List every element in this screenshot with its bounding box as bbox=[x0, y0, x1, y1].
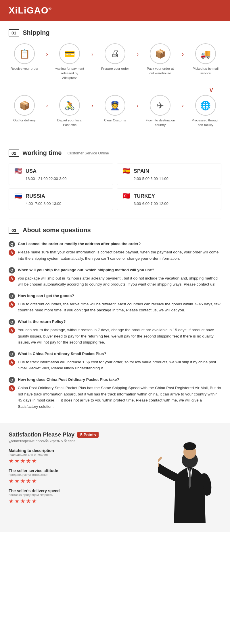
step-prepare-label: Prepare your order bbox=[101, 66, 129, 71]
qa-item-1: Q Can I cancel the order or modify the a… bbox=[9, 241, 221, 261]
local-post-icon: 🚴 bbox=[59, 95, 80, 116]
questions-title: 03 About some questions bbox=[9, 226, 221, 234]
arrow-2: › bbox=[91, 51, 93, 57]
turkey-name: TURKEY bbox=[134, 193, 155, 199]
step-payment-label: waiting for payment released by Aliexpre… bbox=[54, 66, 85, 80]
qa-a-4: A You can return the package, without re… bbox=[9, 327, 221, 346]
shipping-section-name: Shipping bbox=[23, 29, 50, 36]
step-delivery: 📦 Out for delivery bbox=[9, 95, 40, 123]
qa-q-5: Q What is China Post ordinary Small Pack… bbox=[9, 351, 221, 357]
time-card-spain: 🇪🇸 SPAIN 2:00-5:00 6:00-11:00 bbox=[117, 164, 221, 185]
russia-name: RUSSIA bbox=[26, 193, 45, 199]
spain-hours: 2:00-5:00 6:00-11:00 bbox=[134, 176, 216, 181]
q-badge-1: Q bbox=[9, 241, 15, 247]
step-flown-label: Flown to destination country bbox=[144, 118, 176, 127]
step-pickup: 🚚 Picked up by mail service bbox=[190, 43, 221, 75]
qa-a3-text: Due to different countries, the arrival … bbox=[18, 301, 221, 313]
arrow-r1: ‹ bbox=[46, 102, 48, 109]
qa-a6-text: China Post Oridinary Small Packet Plus h… bbox=[18, 385, 221, 410]
trademark: ® bbox=[49, 6, 52, 11]
rating-delivery-stars: ★★★★★ bbox=[9, 498, 147, 505]
points-badge: 5 Points bbox=[77, 432, 99, 438]
step-local-post-label: Depart your local Post offic bbox=[54, 118, 85, 127]
shipping-section: 01 Shipping 📋 Receive your order › 💳 wai… bbox=[0, 21, 230, 141]
customs-icon: 👮 bbox=[105, 95, 125, 116]
qa-a-5: A Due to track information will increase… bbox=[9, 359, 221, 371]
q-badge-6: Q bbox=[9, 377, 15, 383]
qa-a-3: A Due to different countries, the arriva… bbox=[9, 301, 221, 313]
qa-a2-text: you package will ship out in 72 hours af… bbox=[18, 275, 221, 288]
brand-logo: XiLiGAO® bbox=[9, 5, 52, 16]
qa-q-1: Q Can I cancel the order or modify the a… bbox=[9, 241, 221, 247]
time-card-turkey-header: 🇹🇷 TURKEY bbox=[122, 193, 216, 199]
step-flown: ✈ Flown to destination country bbox=[144, 95, 176, 127]
usa-flag: 🇺🇸 bbox=[14, 168, 23, 174]
prepare-icon: 🖨 bbox=[105, 43, 125, 64]
qa-q4-text: What is the return Policy? bbox=[18, 319, 66, 325]
svg-point-2 bbox=[183, 442, 196, 450]
q-badge-4: Q bbox=[9, 319, 15, 325]
time-card-spain-header: 🇪🇸 SPAIN bbox=[122, 168, 216, 174]
qa-q3-text: How long can I get the goods? bbox=[18, 293, 74, 299]
qa-item-6: Q How long does China Post Oridinary Pac… bbox=[9, 377, 221, 410]
section-num-01: 01 bbox=[9, 29, 19, 36]
turkey-flag: 🇹🇷 bbox=[122, 193, 131, 199]
arrow-down: ∨ bbox=[9, 86, 221, 94]
step-customs-label: Clear Customs bbox=[104, 118, 126, 123]
svg-line-4 bbox=[158, 458, 161, 463]
qa-a-2: A you package will ship out in 72 hours … bbox=[9, 275, 221, 288]
time-card-usa-header: 🇺🇸 USA bbox=[14, 168, 108, 174]
qa-a5-text: Due to track information will increase 1… bbox=[18, 359, 221, 371]
turkey-hours: 3:00-6:00 7:00-12:00 bbox=[134, 201, 216, 206]
a-badge-2: A bbox=[9, 276, 15, 282]
a-badge-1: A bbox=[9, 249, 15, 256]
satisfaction-left: Satisfaction Please Play 5 Points удовле… bbox=[9, 431, 147, 509]
rating-description-stars: ★★★★★ bbox=[9, 457, 147, 464]
arrow-r2: ‹ bbox=[91, 102, 93, 109]
usa-name: USA bbox=[26, 168, 37, 174]
questions-section: 03 About some questions Q Can I cancel t… bbox=[0, 218, 230, 423]
qa-q-4: Q What is the return Policy? bbox=[9, 319, 221, 325]
time-card-russia: 🇷🇺 RUSSIA 4:00 -7:00 8:00-13:00 bbox=[9, 189, 113, 210]
time-card-usa: 🇺🇸 USA 18:00 - 21:00 22:00-3:00 bbox=[9, 164, 113, 185]
section-num-02: 02 bbox=[9, 150, 19, 157]
satisfaction-subtitle-ru: удовлетворение просьба играть 5 баллов bbox=[9, 439, 147, 443]
qa-a-1: A Please make sure that your order infor… bbox=[9, 249, 221, 261]
satisfaction-title: Satisfaction Please Play 5 Points bbox=[9, 431, 147, 438]
rating-delivery-en: The seller's delivery speed bbox=[9, 488, 147, 493]
rating-description: Matching to description подходящие для о… bbox=[9, 448, 147, 464]
spain-name: SPAIN bbox=[134, 168, 149, 174]
russia-hours: 4:00 -7:00 8:00-13:00 bbox=[26, 201, 108, 206]
arrow-4: › bbox=[182, 51, 184, 57]
working-time-sub: Customer Service Online bbox=[67, 151, 109, 155]
a-badge-4: A bbox=[9, 327, 15, 333]
questions-section-name: About some questions bbox=[23, 226, 91, 234]
qa-q2-text: When will you ship the package out, whic… bbox=[18, 267, 154, 273]
shipping-title: 01 Shipping bbox=[9, 29, 221, 36]
rating-description-en: Matching to description bbox=[9, 448, 147, 453]
step-delivery-label: Out for delivery bbox=[13, 118, 36, 123]
satisfaction-section: Satisfaction Please Play 5 Points удовле… bbox=[0, 423, 230, 532]
logo-text: XiLiGAO bbox=[9, 5, 49, 15]
section-num-03: 03 bbox=[9, 227, 19, 234]
qa-item-3: Q How long can I get the goods? A Due to… bbox=[9, 293, 221, 313]
step-sort: 🌐 Processed through sort facility bbox=[190, 95, 221, 127]
person-figure bbox=[158, 431, 221, 523]
qa-q5-text: What is China Post ordinary Small Packet… bbox=[18, 351, 106, 357]
time-card-turkey: 🇹🇷 TURKEY 3:00-6:00 7:00-12:00 bbox=[117, 189, 221, 210]
a-badge-5: A bbox=[9, 359, 15, 366]
step-payment: 💳 waiting for payment released by Aliexp… bbox=[54, 43, 85, 80]
step-customs: 👮 Clear Customs bbox=[99, 95, 131, 123]
time-grid: 🇺🇸 USA 18:00 - 21:00 22:00-3:00 🇪🇸 SPAIN… bbox=[9, 164, 221, 210]
usa-hours: 18:00 - 21:00 22:00-3:00 bbox=[26, 176, 108, 181]
russia-flag: 🇷🇺 bbox=[14, 193, 23, 199]
flown-icon: ✈ bbox=[150, 95, 170, 116]
qa-a-6: A China Post Oridinary Small Packet Plus… bbox=[9, 385, 221, 410]
qa-item-4: Q What is the return Policy? A You can r… bbox=[9, 319, 221, 346]
step-sort-label: Processed through sort facility bbox=[190, 118, 221, 127]
arrow-3: › bbox=[137, 51, 139, 57]
arrow-r4: ‹ bbox=[182, 102, 184, 109]
q-badge-3: Q bbox=[9, 293, 15, 299]
rating-service: The seller service attitude продавец усл… bbox=[9, 468, 147, 484]
rating-service-en: The seller service attitude bbox=[9, 468, 147, 473]
